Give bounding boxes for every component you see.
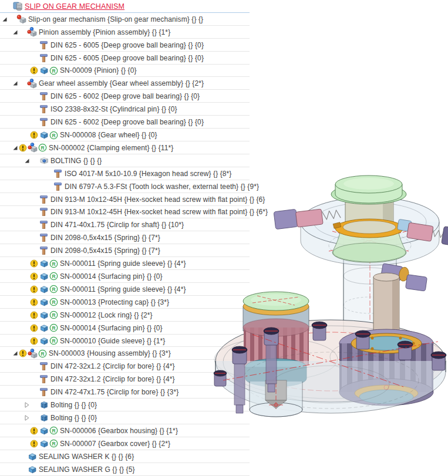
cad-structure-window: SLIP ON GEAR MECHANISMSlip-on gear mecha… — [0, 0, 448, 476]
model-green-cap — [331, 175, 406, 204]
model-viewport-3d[interactable] — [0, 0, 448, 476]
